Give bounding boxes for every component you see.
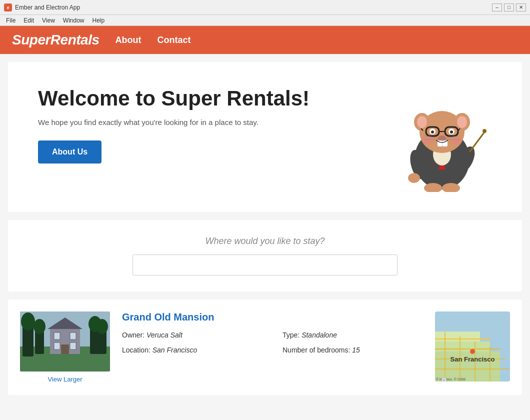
svg-point-64 — [470, 349, 475, 354]
svg-rect-43 — [70, 332, 76, 340]
rental-bedrooms: Number of bedrooms: 15 — [282, 346, 423, 354]
rental-image — [20, 312, 110, 372]
svg-text:© Mapbox, © OSM: © Mapbox, © OSM — [436, 378, 466, 382]
menu-window[interactable]: Window — [59, 16, 88, 25]
titlebar-title: Ember and Electron App — [15, 4, 492, 11]
location-value: San Francisco — [152, 346, 197, 354]
minimize-button[interactable]: – — [492, 4, 502, 12]
bedrooms-value: 15 — [352, 346, 360, 354]
view-larger-link[interactable]: View Larger — [48, 376, 82, 383]
svg-point-8 — [457, 116, 467, 128]
hero-section: Welcome to Super Rentals! We hope you fi… — [8, 62, 522, 212]
nav-brand[interactable]: SuperRentals — [12, 32, 100, 48]
search-label: Where would you like to stay? — [38, 236, 492, 246]
svg-point-25 — [408, 173, 420, 183]
svg-rect-44 — [54, 342, 60, 350]
menu-help[interactable]: Help — [88, 16, 109, 25]
rental-name[interactable]: Grand Old Mansion — [122, 312, 423, 323]
svg-text:©: © — [443, 379, 446, 382]
svg-rect-42 — [54, 332, 60, 340]
search-section: Where would you like to stay? — [8, 220, 522, 292]
svg-point-16 — [431, 130, 434, 134]
svg-point-27 — [482, 129, 486, 133]
search-input[interactable] — [132, 254, 398, 276]
svg-point-6 — [417, 116, 427, 128]
app-icon: e — [4, 4, 12, 12]
svg-line-26 — [470, 132, 484, 152]
type-value: Standalone — [302, 331, 337, 339]
about-us-button[interactable]: About Us — [38, 140, 102, 164]
svg-rect-46 — [61, 344, 69, 354]
titlebar-controls: – □ ✕ — [492, 4, 526, 12]
svg-point-37 — [21, 312, 35, 330]
hero-content: Welcome to Super Rentals! We hope you fi… — [38, 82, 392, 164]
rental-type: Type: Standalone — [282, 331, 423, 339]
rental-details: Grand Old Mansion Owner: Veruca Salt Typ… — [122, 312, 423, 354]
svg-point-50 — [96, 319, 108, 334]
main-content: Welcome to Super Rentals! We hope you fi… — [0, 54, 530, 420]
bedrooms-label: Number of bedrooms: — [282, 346, 350, 354]
location-label: Location: — [122, 346, 150, 354]
menu-file[interactable]: File — [2, 16, 20, 25]
menu-view[interactable]: View — [38, 16, 59, 25]
menu-edit[interactable]: Edit — [20, 16, 38, 25]
svg-point-17 — [450, 130, 453, 134]
rental-card: View Larger Grand Old Mansion Owner: Ver… — [8, 300, 522, 395]
rental-info-grid: Owner: Veruca Salt Type: Standalone Loca… — [122, 331, 423, 354]
mascot-image — [392, 82, 492, 192]
menubar: File Edit View Window Help — [0, 15, 530, 26]
listings-section: View Larger Grand Old Mansion Owner: Ver… — [8, 300, 522, 395]
svg-rect-22 — [442, 140, 448, 146]
owner-value: Veruca Salt — [146, 331, 182, 339]
type-label: Type: — [282, 331, 300, 339]
hero-subtitle: We hope you find exactly what you're loo… — [38, 118, 392, 126]
rental-image-container: View Larger — [20, 312, 110, 383]
rental-map[interactable]: San Francisco © Mapbox, © OSM © — [435, 312, 510, 382]
owner-label: Owner: — [122, 331, 144, 339]
navbar: SuperRentals About Contact — [0, 26, 530, 54]
close-button[interactable]: ✕ — [516, 4, 526, 12]
titlebar: e Ember and Electron App – □ ✕ — [0, 0, 530, 15]
svg-text:San Francisco: San Francisco — [450, 356, 495, 363]
maximize-button[interactable]: □ — [504, 4, 514, 12]
rental-location: Location: San Francisco — [122, 346, 262, 354]
nav-contact[interactable]: Contact — [157, 35, 190, 46]
nav-about[interactable]: About — [116, 35, 142, 46]
svg-point-39 — [34, 319, 46, 334]
hero-title: Welcome to Super Rentals! — [38, 87, 392, 110]
rental-owner: Owner: Veruca Salt — [122, 331, 262, 339]
svg-rect-45 — [70, 342, 76, 350]
